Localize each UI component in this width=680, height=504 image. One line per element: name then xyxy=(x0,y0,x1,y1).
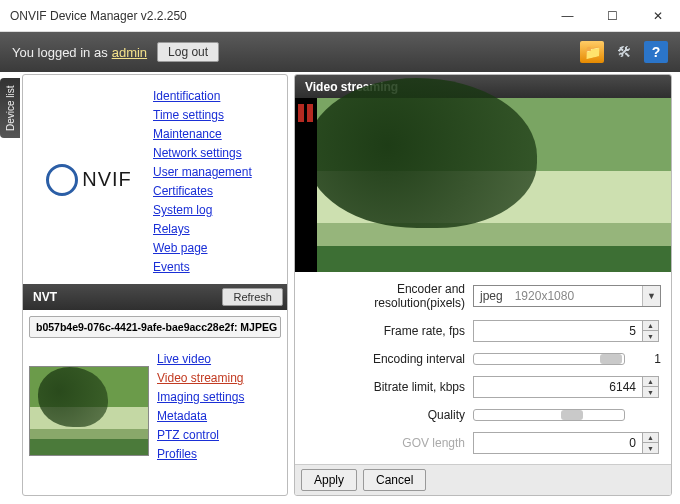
gov-input[interactable]: 0 ▲▼ xyxy=(473,432,659,454)
window-title: ONVIF Device Manager v2.2.250 xyxy=(0,9,545,23)
streaming-panel: Video streaming Encoder and resolution(p… xyxy=(294,74,672,496)
onvif-logo: NVIF xyxy=(29,81,149,278)
media-links: Live video Video streaming Imaging setti… xyxy=(149,344,287,465)
encoder-resolution: 1920x1080 xyxy=(509,289,580,303)
maximize-button[interactable]: ☐ xyxy=(590,0,635,31)
login-user[interactable]: admin xyxy=(112,45,147,60)
window-buttons: ― ☐ ✕ xyxy=(545,0,680,31)
quality-slider[interactable] xyxy=(473,409,625,421)
nvt-header: NVT Refresh xyxy=(23,284,287,310)
device-list-tab[interactable]: Device list xyxy=(0,78,20,138)
encint-value: 1 xyxy=(625,352,661,366)
gov-value: 0 xyxy=(474,433,642,453)
link-metadata[interactable]: Metadata xyxy=(157,408,287,424)
streaming-settings: Encoder and resolution(pixels) jpeg 1920… xyxy=(295,272,671,464)
window-titlebar: ONVIF Device Manager v2.2.250 ― ☐ ✕ xyxy=(0,0,680,32)
close-button[interactable]: ✕ xyxy=(635,0,680,31)
spin-up-icon[interactable]: ▲ xyxy=(643,321,658,332)
gov-label: GOV length xyxy=(303,436,473,450)
cancel-button[interactable]: Cancel xyxy=(363,469,426,491)
link-web-page[interactable]: Web page xyxy=(153,240,287,256)
link-identification[interactable]: Identification xyxy=(153,88,287,104)
video-preview xyxy=(295,98,671,271)
framerate-value: 5 xyxy=(474,321,642,341)
spin-down-icon[interactable]: ▼ xyxy=(643,443,658,453)
link-user-management[interactable]: User management xyxy=(153,164,287,180)
link-relays[interactable]: Relays xyxy=(153,221,287,237)
app-settings-icon[interactable]: 📁 xyxy=(580,41,604,63)
login-prefix: You logged in as xyxy=(12,45,108,60)
link-video-streaming[interactable]: Video streaming xyxy=(157,370,287,386)
bitrate-input[interactable]: 6144 ▲▼ xyxy=(473,376,659,398)
link-ptz-control[interactable]: PTZ control xyxy=(157,427,287,443)
link-maintenance[interactable]: Maintenance xyxy=(153,126,287,142)
tools-icon[interactable]: 🛠 xyxy=(612,41,636,63)
link-time-settings[interactable]: Time settings xyxy=(153,107,287,123)
link-profiles[interactable]: Profiles xyxy=(157,446,287,462)
spin-up-icon[interactable]: ▲ xyxy=(643,377,658,388)
device-panel: NVIF Identification Time settings Mainte… xyxy=(22,74,288,496)
encint-slider[interactable] xyxy=(473,353,625,365)
device-settings-links: Identification Time settings Maintenance… xyxy=(149,81,287,278)
bitrate-value: 6144 xyxy=(474,377,642,397)
help-icon[interactable]: ? xyxy=(644,41,668,63)
quality-label: Quality xyxy=(303,408,473,422)
framerate-input[interactable]: 5 ▲▼ xyxy=(473,320,659,342)
encoder-codec: jpeg xyxy=(474,289,509,303)
link-certificates[interactable]: Certificates xyxy=(153,183,287,199)
bitrate-label: Bitrate limit, kbps xyxy=(303,380,473,394)
minimize-button[interactable]: ― xyxy=(545,0,590,31)
link-live-video[interactable]: Live video xyxy=(157,351,287,367)
encint-label: Encoding interval xyxy=(303,352,473,366)
device-id-row[interactable]: b057b4e9-076c-4421-9afe-bae9acc28e2f: MJ… xyxy=(29,316,281,338)
encoder-label: Encoder and resolution(pixels) xyxy=(303,282,473,310)
link-system-log[interactable]: System log xyxy=(153,202,287,218)
top-toolbar: You logged in as admin Log out 📁 🛠 ? xyxy=(0,32,680,72)
nvt-label: NVT xyxy=(33,290,57,304)
link-network-settings[interactable]: Network settings xyxy=(153,145,287,161)
spin-down-icon[interactable]: ▼ xyxy=(643,331,658,341)
encoder-select[interactable]: jpeg 1920x1080 ▼ xyxy=(473,285,661,307)
apply-button[interactable]: Apply xyxy=(301,469,357,491)
logout-button[interactable]: Log out xyxy=(157,42,219,62)
device-thumbnail xyxy=(29,366,149,456)
link-imaging-settings[interactable]: Imaging settings xyxy=(157,389,287,405)
pause-icon[interactable] xyxy=(298,104,313,122)
link-events[interactable]: Events xyxy=(153,259,287,275)
spin-down-icon[interactable]: ▼ xyxy=(643,387,658,397)
main-area: NVIF Identification Time settings Mainte… xyxy=(22,74,672,496)
framerate-label: Frame rate, fps xyxy=(303,324,473,338)
chevron-down-icon[interactable]: ▼ xyxy=(642,286,660,306)
spin-up-icon[interactable]: ▲ xyxy=(643,433,658,444)
refresh-button[interactable]: Refresh xyxy=(222,288,283,306)
action-bar: Apply Cancel xyxy=(295,464,671,495)
